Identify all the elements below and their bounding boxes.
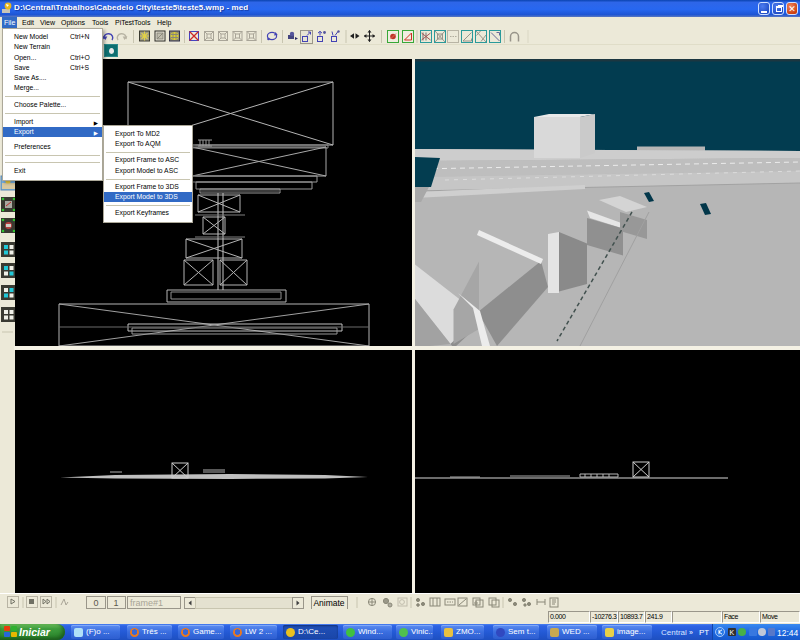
svg-text:K: K <box>730 629 735 636</box>
svg-text:frame#1: frame#1 <box>130 598 163 608</box>
svg-text:Animate: Animate <box>313 598 344 608</box>
svg-text:1: 1 <box>113 598 118 608</box>
svg-text:0: 0 <box>93 598 98 608</box>
svg-text:12:44: 12:44 <box>777 628 799 638</box>
